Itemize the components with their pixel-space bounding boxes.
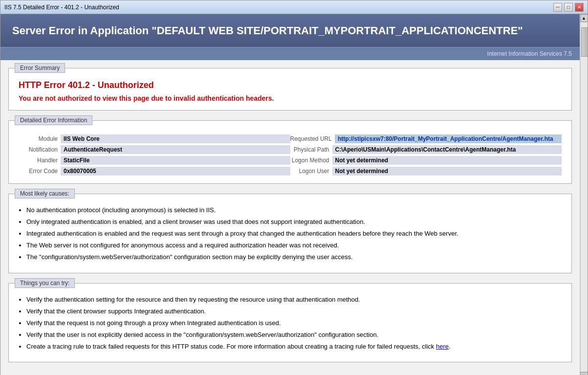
scrollbar[interactable]: ▲ ▼ (580, 14, 588, 375)
detail-label: Error Code (19, 168, 58, 175)
detail-row: Physical PathC:\Aperio\USMain\Applicatio… (290, 145, 562, 154)
detail-row: NotificationAuthenticateRequest (19, 145, 290, 154)
things-section: Things you can try: Verify the authentic… (8, 283, 572, 363)
scroll-up-arrow[interactable]: ▲ (580, 14, 588, 22)
detail-label: Logon User (290, 168, 329, 175)
list-item: Create a tracing rule to track failed re… (26, 342, 562, 351)
title-bar: IIS 7.5 Detailed Error - 401.2 - Unautho… (0, 0, 588, 14)
scroll-track[interactable] (580, 22, 588, 372)
error-summary-section: Error Summary HTTP Error 401.2 - Unautho… (8, 68, 572, 110)
detail-right-col: Requested URLhttp://stipicsxw7:80/Portra… (290, 134, 562, 176)
list-item: The Web server is not configured for ano… (26, 241, 562, 250)
list-item: Verify the authentication setting for th… (26, 295, 562, 304)
detail-label: Notification (19, 146, 58, 153)
list-item: Verify that the client browser supports … (26, 307, 562, 316)
iis-header: Server Error in Application "DEFAULT WEB… (0, 14, 580, 47)
detail-row: Logon UserNot yet determined (290, 167, 562, 176)
things-list: Verify the authentication setting for th… (26, 295, 562, 352)
detail-row: Error Code0x80070005 (19, 167, 290, 176)
iis-version-label: Internet Information Services 7.5 (487, 50, 572, 57)
detail-value: AuthenticateRequest (61, 145, 290, 154)
scroll-down-arrow[interactable]: ▼ (580, 372, 588, 375)
minimize-button[interactable]: ─ (553, 3, 562, 12)
detail-row: Logon MethodNot yet determined (290, 156, 562, 165)
list-item: Verify that the user is not explicitly d… (26, 331, 562, 339)
list-item: Only integrated authentication is enable… (26, 218, 562, 226)
detail-row: Requested URLhttp://stipicsxw7:80/Portra… (290, 134, 562, 143)
detail-value: 0x80070005 (61, 167, 290, 176)
things-label: Things you can try: (15, 278, 75, 288)
iis-subheader: Internet Information Services 7.5 (0, 47, 580, 60)
detail-value: http://stipicsxw7:80/Portrait_MyPortrait… (335, 134, 562, 143)
page-main-title: Server Error in Application "DEFAULT WEB… (12, 24, 568, 38)
detail-value: Not yet determined (332, 156, 562, 165)
detail-label: Requested URL (290, 135, 332, 142)
detail-value: Not yet determined (332, 167, 562, 176)
browser-content: Server Error in Application "DEFAULT WEB… (0, 14, 588, 375)
detail-value: C:\Aperio\USMain\Applications\ContactCen… (332, 145, 562, 154)
window-title: IIS 7.5 Detailed Error - 401.2 - Unautho… (4, 4, 119, 11)
detail-label: Physical Path (290, 146, 329, 153)
close-button[interactable]: ✕ (575, 3, 584, 12)
page-area: Server Error in Application "DEFAULT WEB… (0, 14, 580, 375)
detail-value: StaticFile (61, 156, 290, 165)
detailed-error-section: Detailed Error Information ModuleIIS Web… (8, 120, 572, 184)
detail-label: Handler (19, 157, 58, 164)
detail-left-col: ModuleIIS Web CoreNotificationAuthentica… (19, 134, 290, 176)
list-item: Integrated authentication is enabled and… (26, 229, 562, 238)
window: IIS 7.5 Detailed Error - 401.2 - Unautho… (0, 0, 588, 375)
maximize-button[interactable]: □ (564, 3, 573, 12)
detail-label: Module (19, 135, 58, 142)
detail-grid: ModuleIIS Web CoreNotificationAuthentica… (19, 134, 562, 176)
iis-body: Error Summary HTTP Error 401.2 - Unautho… (0, 60, 580, 375)
error-title: HTTP Error 401.2 - Unauthorized (19, 80, 562, 90)
most-likely-causes-list: No authentication protocol (including an… (26, 206, 562, 262)
detail-label: Logon Method (290, 157, 329, 164)
list-item: The "configuration/system.webServer/auth… (26, 253, 562, 262)
most-likely-causes-section: Most likely causes: No authentication pr… (8, 194, 572, 273)
detail-row: HandlerStaticFile (19, 156, 290, 165)
most-likely-causes-label: Most likely causes: (15, 189, 75, 199)
error-description: You are not authorized to view this page… (19, 94, 562, 102)
list-item: No authentication protocol (including an… (26, 206, 562, 215)
detailed-error-label: Detailed Error Information (15, 115, 92, 125)
detail-row: ModuleIIS Web Core (19, 134, 290, 143)
window-controls: ─ □ ✕ (553, 3, 584, 12)
error-summary-label: Error Summary (15, 63, 65, 73)
scroll-thumb[interactable] (581, 27, 588, 57)
detail-value: IIS Web Core (61, 134, 290, 143)
list-item: Verify that the request is not going thr… (26, 319, 562, 328)
here-link[interactable]: here (436, 343, 449, 350)
